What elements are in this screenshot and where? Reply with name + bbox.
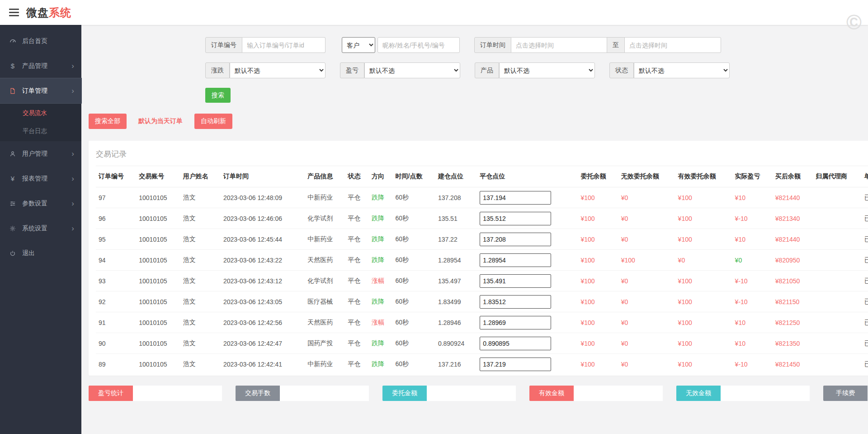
cell-balance-after: ¥821440: [773, 229, 813, 250]
menu-toggle-icon[interactable]: [9, 9, 19, 16]
customer-group: 客户: [342, 37, 460, 53]
close-price-input[interactable]: [480, 191, 551, 205]
entrust-amount-label[interactable]: 委托金额: [382, 386, 427, 401]
close-price-input[interactable]: [480, 295, 551, 309]
col-direction: 方向: [369, 166, 392, 187]
cell-direction: 跌降: [369, 250, 392, 271]
cell-order-time: 2023-03-06 12:43:22: [221, 250, 305, 271]
cell-order-time: 2023-03-06 12:45:44: [221, 229, 305, 250]
trade-table: 订单编号 交易账号 用户姓名 订单时间 产品信息 状态 方向 时间/点数 建仓点…: [96, 166, 868, 375]
valid-amount-value[interactable]: [574, 386, 663, 401]
chevron-right-icon: ›: [71, 175, 74, 182]
cell-close-price: [477, 208, 578, 229]
close-price-input[interactable]: [480, 316, 551, 329]
cell-open-price: 1.28946: [435, 312, 477, 333]
sidebar-item-reports[interactable]: ¥ 报表管理 ›: [0, 166, 81, 191]
table-row: 94 10010105 浩文 2023-03-06 12:43:22 天然医药 …: [96, 250, 868, 271]
product-label: 产品: [475, 62, 499, 78]
cell-direction: 跌降: [369, 208, 392, 229]
cell-order-no: 97: [96, 187, 136, 208]
sidebar-item-parameters[interactable]: 参数设置 ›: [0, 191, 81, 216]
cell-invalid-entrust: ¥0: [618, 333, 675, 354]
customer-type-select[interactable]: 客户: [342, 37, 375, 53]
customer-input[interactable]: [377, 37, 460, 53]
entrust-amount-value[interactable]: [427, 386, 516, 401]
close-price-input[interactable]: [480, 253, 551, 267]
cell-account: 10010105: [136, 187, 180, 208]
cell-status: 平仓: [345, 271, 369, 291]
cell-product: 化学试剂: [305, 271, 345, 291]
sidebar-item-dashboard[interactable]: 后台首页: [0, 29, 81, 53]
trade-table-head: 订单编号 交易账号 用户姓名 订单时间 产品信息 状态 方向 时间/点数 建仓点…: [96, 166, 868, 187]
cell-invalid-entrust: ¥0: [618, 187, 675, 208]
lots-label[interactable]: 交易手数: [236, 386, 280, 401]
cell-username: 浩文: [180, 250, 221, 271]
close-price-input[interactable]: [480, 337, 551, 350]
cell-agent: [813, 271, 862, 291]
sidebar-item-orders[interactable]: 订单管理 ›: [0, 78, 81, 103]
pl-stat-label[interactable]: 盈亏统计: [89, 386, 133, 401]
power-icon: [7, 250, 18, 257]
pl-stat-value[interactable]: [133, 386, 222, 401]
sidebar-item-products[interactable]: $ 产品管理 ›: [0, 53, 81, 78]
sidebar-item-label: 退出: [22, 249, 74, 258]
sidebar-item-system-settings[interactable]: 系统设置 ›: [0, 216, 81, 241]
col-username: 用户姓名: [180, 166, 221, 187]
cell-username: 浩文: [180, 187, 221, 208]
copyright-icon: ©: [846, 12, 862, 33]
status-label: 状态: [609, 62, 634, 78]
close-price-input[interactable]: [480, 274, 551, 288]
col-product: 产品信息: [305, 166, 345, 187]
cell-order-no: 96: [96, 208, 136, 229]
product-select[interactable]: 默认不选: [499, 62, 595, 78]
cell-open-price: 135.497: [435, 271, 477, 291]
sidebar-item-logout[interactable]: 退出: [0, 241, 81, 266]
cell-agent: [813, 312, 862, 333]
col-control: 单控操作: [862, 166, 868, 187]
cell-duration: 60秒: [393, 312, 435, 333]
order-no-input[interactable]: [242, 37, 326, 53]
cell-control: 已平仓: [862, 208, 868, 229]
valid-amount-label[interactable]: 有效金额: [529, 386, 574, 401]
search-all-button[interactable]: 搜索全部: [89, 114, 127, 129]
cell-balance-after: ¥821340: [773, 208, 813, 229]
cell-entrust: ¥100: [578, 187, 618, 208]
fee-label[interactable]: 手续费: [823, 386, 868, 401]
sidebar-subitem-platform-log[interactable]: 平台日志: [0, 122, 81, 140]
product-group: 产品 默认不选: [475, 62, 595, 78]
cell-order-time: 2023-03-06 12:42:47: [221, 333, 305, 354]
filter-row-2: 涨跌 默认不选 盈亏 默认不选 产品 默认不选: [205, 62, 868, 78]
header-row: 订单编号 交易账号 用户姓名 订单时间 产品信息 状态 方向 时间/点数 建仓点…: [96, 166, 868, 187]
default-today-button[interactable]: 默认为当天订单: [138, 114, 183, 129]
cell-order-no: 95: [96, 229, 136, 250]
auto-refresh-button[interactable]: 自动刷新: [194, 114, 232, 129]
order-time-start-input[interactable]: [511, 37, 607, 53]
close-price-input[interactable]: [480, 212, 551, 225]
trade-records-panel: 交易记录 订单编号 交易账号 用户姓名 订单时间 产品信息 状态 方向 时间/点…: [89, 141, 868, 376]
cell-product: 中新药业: [305, 229, 345, 250]
sidebar-item-label: 系统设置: [22, 224, 71, 233]
cell-open-price: 1.83499: [435, 291, 477, 312]
table-row: 89 10010105 浩文 2023-03-06 12:42:41 中新药业 …: [96, 354, 868, 375]
cell-status: 平仓: [345, 229, 369, 250]
sidebar-subitem-trade-flow[interactable]: 交易流水: [0, 104, 81, 122]
cell-status: 平仓: [345, 187, 369, 208]
close-price-input[interactable]: [480, 233, 551, 246]
status-select[interactable]: 默认不选: [634, 62, 730, 78]
invalid-amount-value[interactable]: [721, 386, 810, 401]
cell-order-no: 89: [96, 354, 136, 375]
lots-value[interactable]: [280, 386, 369, 401]
close-price-input[interactable]: [480, 358, 551, 371]
filter-form: 订单编号 客户 订单时间 至 涨跌: [205, 37, 868, 103]
sidebar-item-users[interactable]: 用户管理 ›: [0, 141, 81, 166]
cell-close-price: [477, 187, 578, 208]
profit-select[interactable]: 默认不选: [364, 62, 460, 78]
cell-balance-after: ¥821350: [773, 333, 813, 354]
order-time-end-input[interactable]: [624, 37, 721, 53]
cell-open-price: 137.216: [435, 354, 477, 375]
invalid-amount-label[interactable]: 无效金额: [676, 386, 721, 401]
cell-entrust: ¥100: [578, 291, 618, 312]
product-icon: $: [7, 62, 18, 70]
search-button[interactable]: 搜索: [205, 88, 231, 103]
updown-select[interactable]: 默认不选: [230, 62, 326, 78]
